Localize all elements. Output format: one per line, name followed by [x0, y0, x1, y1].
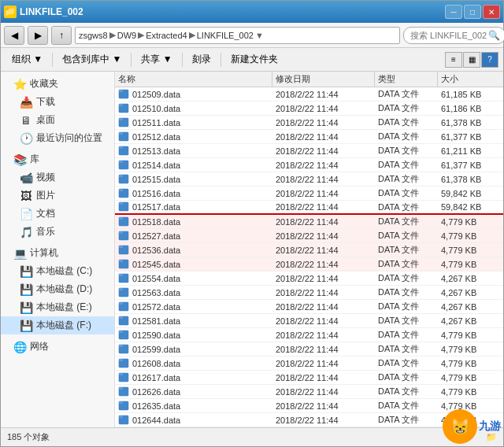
svg-rect-9	[119, 146, 123, 149]
view-list-button[interactable]: ≡	[445, 52, 462, 68]
col-header-date[interactable]: 修改日期	[272, 72, 375, 87]
library-button[interactable]: 包含到库中 ▼	[56, 50, 128, 69]
sidebar-item-music[interactable]: 🎵 音乐	[1, 223, 114, 241]
search-button[interactable]: 🔍	[488, 30, 500, 41]
table-row[interactable]: 012512.data 2018/2/22 11:44 DATA 文件 61,3…	[115, 130, 503, 144]
file-size: 59,842 KB	[438, 201, 501, 213]
sidebar-item-pictures[interactable]: 🖼 图片	[1, 187, 114, 205]
table-row[interactable]: 012536.data 2018/2/22 11:44 DATA 文件 4,77…	[115, 243, 503, 257]
table-row[interactable]: 012511.data 2018/2/22 11:44 DATA 文件 61,3…	[115, 116, 503, 130]
breadcrumb[interactable]: zsgws8 ▶ DW9 ▶ Extracted4 ▶ LINKFILE_002…	[75, 27, 400, 44]
file-size: 4,779 KB	[438, 328, 501, 342]
file-type: DATA 文件	[375, 243, 438, 257]
file-date: 2018/2/22 11:44	[272, 187, 375, 200]
sidebar-item-drive-c[interactable]: 💾 本地磁盘 (C:)	[1, 262, 114, 280]
table-row[interactable]: 012527.data 2018/2/22 11:44 DATA 文件 4,77…	[115, 229, 503, 243]
file-type-icon	[118, 244, 129, 257]
file-type: DATA 文件	[375, 272, 438, 285]
file-size: 4,267 KB	[438, 272, 501, 285]
sidebar-item-favorites-header[interactable]: ⭐ 收藏夹	[1, 75, 114, 93]
share-button[interactable]: 共享 ▼	[135, 50, 178, 69]
view-details-button[interactable]: ▦	[463, 52, 480, 68]
close-button[interactable]: ✕	[483, 5, 500, 19]
breadcrumb-part3: Extracted4	[146, 31, 187, 40]
burn-button[interactable]: 刻录	[186, 50, 217, 69]
forward-button[interactable]: ▶	[28, 26, 48, 45]
file-type-icon	[118, 414, 129, 427]
sidebar-item-drive-d[interactable]: 💾 本地磁盘 (D:)	[1, 280, 114, 298]
table-row[interactable]: 012617.data 2018/2/22 11:44 DATA 文件 4,77…	[115, 371, 503, 385]
table-row[interactable]: 012554.data 2018/2/22 11:44 DATA 文件 4,26…	[115, 272, 503, 286]
file-type: DATA 文件	[375, 257, 438, 271]
up-button[interactable]: ↑	[51, 26, 72, 45]
file-type: DATA 文件	[375, 385, 438, 398]
sidebar-item-video[interactable]: 📹 视频	[1, 168, 114, 187]
svg-rect-35	[119, 331, 123, 333]
table-row[interactable]: 012509.data 2018/2/22 11:44 DATA 文件 61,1…	[115, 87, 503, 102]
sidebar-label-drive-f: 本地磁盘 (F:)	[36, 319, 91, 332]
file-type-icon	[118, 145, 129, 157]
file-name: 012518.data	[115, 215, 272, 228]
sidebar-group-network: 🌐 网络	[1, 338, 114, 356]
file-size: 4,267 KB	[438, 300, 501, 313]
organize-button[interactable]: 组织 ▼	[6, 50, 49, 69]
table-row[interactable]: 012516.data 2018/2/22 11:44 DATA 文件 59,8…	[115, 187, 503, 201]
file-size: 61,378 KB	[438, 172, 501, 186]
table-row[interactable]: 012518.data 2018/2/22 11:44 DATA 文件 4,77…	[115, 215, 503, 229]
sidebar-item-downloads[interactable]: 📥 下载	[1, 93, 114, 111]
col-header-type[interactable]: 类型	[375, 72, 438, 87]
table-row[interactable]: 012572.data 2018/2/22 11:44 DATA 文件 4,26…	[115, 300, 503, 314]
svg-rect-27	[119, 274, 123, 276]
table-row[interactable]: 012545.data 2018/2/22 11:44 DATA 文件 4,77…	[115, 257, 503, 272]
table-row[interactable]: 012513.data 2018/2/22 11:44 DATA 文件 61,2…	[115, 144, 503, 158]
svg-rect-1	[119, 90, 123, 92]
watermark: 😸 九游	[443, 409, 501, 444]
help-button[interactable]: ?	[481, 52, 498, 68]
breadcrumb-sep2: ▶	[138, 30, 144, 40]
sidebar-item-network[interactable]: 🌐 网络	[1, 338, 114, 356]
sidebar-item-library-header[interactable]: 📚 库	[1, 150, 114, 168]
table-row[interactable]: 012514.data 2018/2/22 11:44 DATA 文件 61,3…	[115, 158, 503, 172]
watermark-text: 九游	[479, 419, 501, 434]
file-date: 2018/2/22 11:44	[272, 87, 375, 101]
table-row[interactable]: 012515.data 2018/2/22 11:44 DATA 文件 61,3…	[115, 172, 503, 187]
documents-icon: 📄	[20, 208, 32, 220]
file-date: 2018/2/22 11:44	[272, 144, 375, 157]
sidebar-item-drive-e[interactable]: 💾 本地磁盘 (E:)	[1, 298, 114, 316]
col-header-name[interactable]: 名称	[115, 72, 272, 87]
table-row[interactable]: 012581.data 2018/2/22 11:44 DATA 文件 4,26…	[115, 314, 503, 328]
pictures-icon: 🖼	[20, 190, 32, 202]
table-row[interactable]: 012599.data 2018/2/22 11:44 DATA 文件 4,77…	[115, 342, 503, 356]
sidebar-item-computer-header[interactable]: 💻 计算机	[1, 244, 114, 262]
breadcrumb-dropdown[interactable]: ▼	[255, 31, 264, 40]
title-bar-left: 📁 LINKFILE_002	[4, 6, 83, 18]
sidebar-item-drive-f[interactable]: 💾 本地磁盘 (F:)	[1, 316, 114, 334]
table-row[interactable]: 012608.data 2018/2/22 11:44 DATA 文件 4,77…	[115, 356, 503, 371]
table-row[interactable]: 012510.data 2018/2/22 11:44 DATA 文件 61,1…	[115, 102, 503, 116]
table-row[interactable]: 012626.data 2018/2/22 11:44 DATA 文件 4,77…	[115, 385, 503, 399]
file-date: 2018/2/22 11:44	[272, 272, 375, 285]
col-header-size[interactable]: 大小	[438, 72, 501, 87]
table-row[interactable]: 012590.data 2018/2/22 11:44 DATA 文件 4,77…	[115, 328, 503, 342]
svg-rect-7	[119, 132, 123, 135]
computer-icon: 💻	[13, 247, 26, 260]
sidebar-label-drive-c: 本地磁盘 (C:)	[36, 264, 92, 278]
minimize-button[interactable]: ─	[445, 5, 462, 19]
file-type: DATA 文件	[375, 356, 438, 370]
file-size: 4,779 KB	[438, 257, 501, 271]
sidebar-item-documents[interactable]: 📄 文档	[1, 205, 114, 223]
maximize-button[interactable]: □	[464, 5, 481, 19]
table-row[interactable]: 012517.data 2018/2/22 11:44 DATA 文件 59,8…	[115, 201, 503, 215]
sidebar-label-drive-d: 本地磁盘 (D:)	[36, 283, 92, 296]
new-folder-button[interactable]: 新建文件夹	[224, 50, 284, 69]
sidebar-item-recent[interactable]: 🕐 最近访问的位置	[1, 129, 114, 147]
table-row[interactable]: 012563.data 2018/2/22 11:44 DATA 文件 4,26…	[115, 286, 503, 300]
back-button[interactable]: ◀	[4, 26, 24, 45]
view-toggle: ≡ ▦ ?	[445, 52, 498, 68]
file-size: 4,779 KB	[438, 385, 501, 398]
file-type-icon	[118, 301, 129, 313]
sidebar-item-desktop[interactable]: 🖥 桌面	[1, 111, 114, 129]
file-date: 2018/2/22 11:44	[272, 201, 375, 213]
breadcrumb-sep1: ▶	[109, 30, 116, 40]
svg-rect-33	[119, 316, 123, 319]
